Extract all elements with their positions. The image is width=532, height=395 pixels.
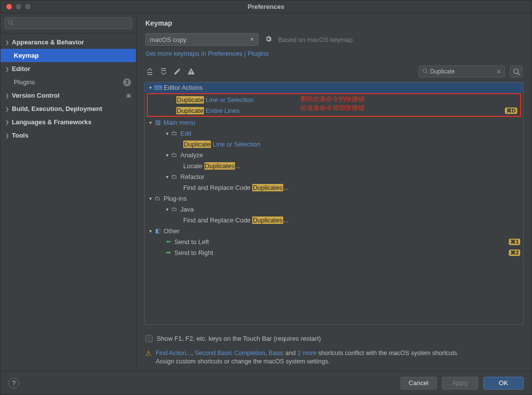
touchbar-label: Show F1, F2, etc. keys on the Touch Bar … [157, 335, 321, 342]
tree-group-other[interactable]: ▾ ◧ Other [145, 225, 523, 236]
sidebar-item-editor[interactable]: ❯ Editor [0, 62, 136, 75]
window-minimize-button[interactable] [16, 4, 21, 9]
conflict-link[interactable]: Basic [268, 350, 284, 357]
help-button[interactable]: ? [8, 378, 19, 389]
sidebar-item-label: Version Control [12, 92, 60, 99]
expand-all-button[interactable] [145, 67, 154, 76]
based-on-text: Based on macOS keymap [278, 36, 353, 43]
tree-group-main-menu[interactable]: ▾ ▤ Main menu [145, 117, 523, 128]
chevron-down-icon: ▾ [147, 120, 154, 125]
cancel-button[interactable]: Cancel [400, 377, 437, 390]
keyboard-icon: ⌨ [154, 84, 162, 92]
chevron-down-icon: ▾ [164, 131, 170, 136]
sidebar-item-build[interactable]: ❯ Build, Execution, Deployment [0, 102, 136, 115]
arrow-right-icon: ➡ [165, 249, 172, 256]
window-title: Preferences [248, 3, 284, 10]
tree-group-label: Main menu [164, 119, 195, 126]
tree-item-label: Send to Left [174, 238, 209, 246]
project-icon: ▣ [126, 92, 131, 99]
menu-icon: ▤ [154, 118, 162, 126]
shortcut-badge: ⌘D [505, 108, 517, 114]
keymap-search-input[interactable]: ✕ [419, 66, 505, 77]
sidebar-item-languages[interactable]: ❯ Languages & Frameworks [0, 115, 136, 129]
window-close-button[interactable] [6, 4, 12, 9]
find-shortcut-button[interactable] [510, 66, 523, 77]
conflict-link[interactable]: 2 more [298, 350, 317, 357]
apply-button[interactable]: Apply [442, 377, 478, 390]
ok-button[interactable]: OK [483, 377, 524, 390]
chevron-right-icon: ❯ [4, 107, 10, 111]
collapse-all-button[interactable] [159, 67, 168, 76]
search-icon [8, 20, 14, 27]
badge-count: 2 [123, 78, 131, 86]
tree-item-find-replace-duplicates-java[interactable]: Find and Replace Code Duplicates... [145, 215, 523, 225]
keymap-tree: ▾ ⌨ Editor Actions Duplicate Line or Sel… [144, 82, 524, 325]
sidebar-item-tools[interactable]: ❯ Tools [0, 129, 136, 142]
warning-icon[interactable] [187, 67, 196, 76]
tree-group-editor-actions[interactable]: ▾ ⌨ Editor Actions [145, 82, 523, 93]
chevron-down-icon: ▾ [164, 174, 170, 180]
tree-item-send-to-right[interactable]: ➡ Send to Right ⌘2 [145, 247, 523, 258]
chevron-down-icon: ▾ [147, 85, 154, 90]
conflict-link[interactable]: Second Basic Completion [195, 350, 265, 357]
conflict-link[interactable]: Find Action... [156, 350, 191, 357]
tree-group-java[interactable]: ▾ 🗀 Java [145, 204, 523, 215]
tree-group-analyze[interactable]: ▾ 🗀 Analyze [145, 149, 523, 160]
svg-point-2 [423, 69, 427, 72]
edit-shortcut-button[interactable] [173, 67, 182, 76]
tree-item-label: Send to Right [174, 249, 213, 256]
shortcut-badge: ⌘2 [509, 250, 520, 256]
tree-item-send-to-left[interactable]: ⬅ Send to Left ⌘1 [145, 236, 523, 247]
shortcut-badge: ⌘1 [509, 239, 520, 245]
gear-icon[interactable] [265, 35, 272, 44]
folder-icon: 🗀 [170, 173, 178, 180]
tree-item-duplicate-entire-lines[interactable]: Duplicate Entire Lines ⌘D [148, 105, 520, 116]
chevron-right-icon: ❯ [4, 120, 10, 125]
svg-line-3 [426, 72, 428, 73]
sidebar-item-plugins[interactable]: Plugins 2 [0, 75, 136, 89]
tree-group-refactor[interactable]: ▾ 🗀 Refactor [145, 171, 523, 182]
sidebar-item-label: Keymap [12, 52, 39, 59]
warning-icon: ⚠ [145, 349, 152, 358]
get-more-keymaps-link[interactable]: Get more keymaps in Preferences | Plugin… [145, 50, 269, 57]
titlebar: Preferences [0, 0, 532, 13]
tree-group-edit[interactable]: ▾ 🗀 Edit [145, 128, 523, 139]
tree-group-label: Java [180, 206, 194, 213]
sidebar-item-keymap[interactable]: Keymap [0, 49, 136, 62]
folder-icon: 🗀 [154, 194, 162, 202]
folder-icon: 🗀 [170, 129, 178, 137]
window-maximize-button[interactable] [25, 4, 31, 9]
tree-item-duplicate-line-selection-edit[interactable]: Duplicate Line or Selection [145, 139, 523, 149]
chevron-right-icon: ❯ [4, 133, 10, 138]
sidebar-item-label: Build, Execution, Deployment [12, 105, 102, 112]
settings-search-input[interactable] [4, 17, 132, 29]
chevron-right-icon: ❯ [4, 67, 10, 72]
svg-point-0 [9, 20, 13, 24]
folder-icon: 🗀 [170, 205, 178, 213]
tree-item-find-replace-duplicates-refactor[interactable]: Find and Replace Code Duplicates... [145, 182, 523, 193]
tree-item-locate-duplicates[interactable]: Locate Duplicates... [145, 160, 523, 171]
sidebar-item-label: Languages & Frameworks [12, 118, 92, 126]
chevron-down-icon: ▾ [147, 228, 154, 234]
chevron-right-icon: ❯ [4, 40, 10, 45]
clear-search-icon[interactable]: ✕ [496, 68, 501, 75]
chevron-down-icon: ▾ [164, 207, 170, 212]
chevron-down-icon: ▼ [250, 37, 254, 42]
tree-group-label: Editor Actions [164, 84, 203, 91]
svg-line-5 [518, 73, 520, 75]
chevron-down-icon: ▾ [164, 152, 170, 158]
tree-group-label: Plug-ins [164, 195, 187, 202]
svg-point-4 [513, 69, 518, 73]
sidebar-item-appearance[interactable]: ❯ Appearance & Behavior [0, 36, 136, 49]
keymap-select[interactable]: macOS copy ▼ [145, 33, 259, 46]
sidebar-item-label: Appearance & Behavior [12, 38, 84, 46]
svg-line-1 [12, 24, 13, 25]
tree-group-label: Edit [180, 130, 191, 137]
sidebar-item-label: Editor [12, 65, 31, 72]
other-icon: ◧ [154, 227, 162, 235]
folder-icon: 🗀 [170, 151, 178, 159]
touchbar-checkbox[interactable] [145, 335, 153, 342]
tree-group-plugins[interactable]: ▾ 🗀 Plug-ins [145, 193, 523, 204]
sidebar-item-version-control[interactable]: ❯ Version Control ▣ [0, 89, 136, 102]
tree-item-duplicate-line-selection[interactable]: Duplicate Line or Selection [148, 94, 520, 105]
